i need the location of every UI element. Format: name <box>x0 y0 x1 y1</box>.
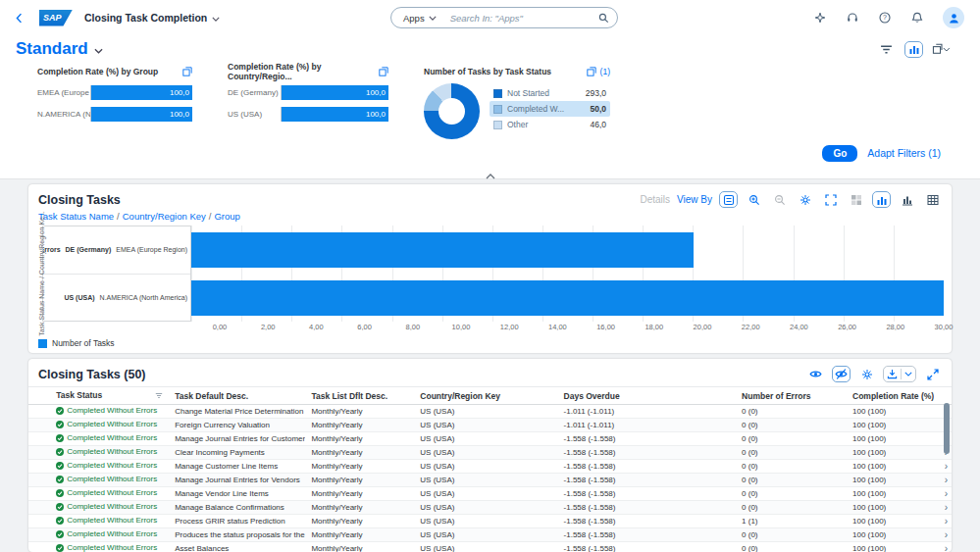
open-in-dialog-icon[interactable] <box>587 67 596 76</box>
col-country[interactable]: Country/Region Key <box>414 387 557 405</box>
table-row[interactable]: Completed Without Errors Clear Incoming … <box>28 446 952 460</box>
row-selector-cell[interactable] <box>28 419 50 432</box>
table-row[interactable]: Completed Without Errors Manage Vendor L… <box>28 487 952 501</box>
go-button[interactable]: Go <box>822 145 857 162</box>
table-row[interactable]: Completed Without Errors Foreign Currenc… <box>28 419 952 432</box>
task-desc-cell: Manage Journal Entries for Vendors <box>169 474 305 487</box>
legend-item[interactable]: Completed W... 50,0 <box>490 101 610 117</box>
donut-chart[interactable] <box>424 83 480 139</box>
errors-cell: 0 (0) <box>736 542 847 552</box>
app-title-menu[interactable]: Closing Task Completion <box>84 12 220 24</box>
bar-de-germany[interactable] <box>191 232 694 268</box>
search-scope-select[interactable]: Apps <box>403 13 437 24</box>
hide-details-icon[interactable] <box>832 366 851 382</box>
row-selector-header[interactable] <box>28 387 50 405</box>
row-navigation-icon[interactable]: › <box>934 515 952 528</box>
row-navigation-icon[interactable]: › <box>934 460 952 474</box>
breadcrumb-task-status[interactable]: Task Status Name <box>38 211 114 222</box>
legend-item[interactable]: Not Started 293,0 <box>490 85 610 101</box>
search-icon[interactable] <box>598 13 609 24</box>
chart-view-toggle-icon[interactable] <box>904 41 923 58</box>
row-selector-cell[interactable] <box>28 501 50 515</box>
row-navigation-icon[interactable]: › <box>934 487 952 501</box>
search-input[interactable]: Search In: "Apps" <box>450 13 598 24</box>
table-row[interactable]: Completed Without Errors Produces the st… <box>28 528 952 542</box>
days-overdue-cell: -1.558 (-1.558) <box>558 542 737 552</box>
legend-item[interactable]: Other 46,0 <box>490 117 610 132</box>
col-task-default-desc[interactable]: Task Default Desc. <box>169 387 305 405</box>
country-cell: US (USA) <box>414 419 557 432</box>
back-button[interactable] <box>16 13 31 24</box>
export-split-button[interactable] <box>883 366 916 382</box>
open-in-dialog-icon[interactable] <box>182 67 192 76</box>
x-axis-tick: 26,00 <box>838 323 856 331</box>
settings-icon[interactable] <box>796 191 814 208</box>
bar[interactable]: 100,0 <box>91 85 192 100</box>
col-completion-rate[interactable]: Completion Rate (%) <box>847 387 934 405</box>
country-cell: US (USA) <box>414 460 557 474</box>
row-navigation-icon[interactable]: › <box>934 542 952 552</box>
filter-fields-icon[interactable] <box>877 41 896 58</box>
table-row[interactable]: Completed Without Errors Change Material… <box>28 405 952 419</box>
table-settings-icon[interactable] <box>857 366 876 382</box>
col-number-of-errors[interactable]: Number of Errors <box>736 387 847 405</box>
open-in-dialog-icon[interactable] <box>379 67 388 76</box>
adapt-filters-link[interactable]: Adapt Filters (1) <box>867 147 941 159</box>
row-selector-cell[interactable] <box>28 542 50 552</box>
table-row[interactable]: Completed Without Errors Manage Journal … <box>28 474 952 487</box>
table-row[interactable]: Completed Without Errors Asset Balances … <box>28 542 952 552</box>
row-navigation-icon[interactable]: › <box>934 474 952 487</box>
completion-rate-cell: 100 (100) <box>847 528 934 542</box>
table-view-icon[interactable] <box>923 191 942 208</box>
view-by-button[interactable]: View By <box>677 194 712 205</box>
heatmap-chart-icon[interactable] <box>847 191 865 208</box>
vertical-scrollbar[interactable] <box>944 403 950 454</box>
zoom-in-icon[interactable] <box>745 191 763 208</box>
bar-chart: Task Status Name / Country/Region Ke... … <box>28 226 952 322</box>
shell-search[interactable]: Apps Search In: "Apps" <box>390 7 618 28</box>
share-icon[interactable] <box>932 41 951 58</box>
variant-selector[interactable]: Standard <box>16 39 103 59</box>
task-status-cell: Completed Without Errors <box>50 515 169 528</box>
table-row[interactable]: Completed Without Errors Process GRIR st… <box>28 515 952 528</box>
notifications-icon[interactable] <box>910 11 924 25</box>
row-selector-cell[interactable] <box>28 460 50 474</box>
drilldown-icon[interactable] <box>719 191 738 208</box>
row-navigation-icon[interactable]: › <box>934 501 952 515</box>
row-navigation-icon[interactable]: › <box>934 528 952 542</box>
bar-us-usa[interactable] <box>191 280 944 316</box>
row-selector-cell[interactable] <box>28 474 50 487</box>
collapse-header-icon[interactable] <box>486 166 495 183</box>
fullscreen-icon[interactable] <box>821 191 840 208</box>
task-list-cell: Monthly/Yearly <box>305 460 414 474</box>
table-row[interactable]: Completed Without Errors Manage Customer… <box>28 460 952 474</box>
row-selector-cell[interactable] <box>28 405 50 419</box>
breadcrumb-group[interactable]: Group <box>214 211 239 222</box>
sparkle-icon[interactable] <box>813 11 827 25</box>
breadcrumb-country[interactable]: Country/Region Key <box>123 211 206 222</box>
column-chart-icon[interactable] <box>898 191 916 208</box>
user-avatar[interactable] <box>943 7 964 28</box>
support-icon[interactable] <box>846 11 859 25</box>
page-content: Closing Tasks Details View By <box>0 179 980 552</box>
row-selector-cell[interactable] <box>28 446 50 460</box>
col-days-overdue[interactable]: Days Overdue <box>558 387 737 405</box>
table-row[interactable]: Completed Without Errors Manage Balance … <box>28 501 952 515</box>
help-icon[interactable]: ? <box>878 11 892 25</box>
show-details-icon[interactable] <box>806 366 825 382</box>
col-task-list-desc[interactable]: Task List Dflt Desc. <box>305 387 414 405</box>
row-selector-cell[interactable] <box>28 432 50 446</box>
row-selector-cell[interactable] <box>28 528 50 542</box>
completion-rate-cell: 100 (100) <box>847 515 934 528</box>
table-row[interactable]: Completed Without Errors Manage Journal … <box>28 432 952 446</box>
row-selector-cell[interactable] <box>28 487 50 501</box>
table-fullscreen-icon[interactable] <box>923 366 942 382</box>
bar[interactable]: 100,0 <box>282 85 388 100</box>
country-cell: US (USA) <box>414 501 557 515</box>
bar[interactable]: 100,0 <box>282 107 388 122</box>
donut-legend: Not Started 293,0 Completed W... 50,0 Ot… <box>490 83 610 139</box>
bar-chart-icon[interactable] <box>872 191 891 208</box>
col-task-status[interactable]: Task Status <box>50 387 169 405</box>
bar[interactable]: 100,0 <box>91 107 192 122</box>
row-selector-cell[interactable] <box>28 515 50 528</box>
